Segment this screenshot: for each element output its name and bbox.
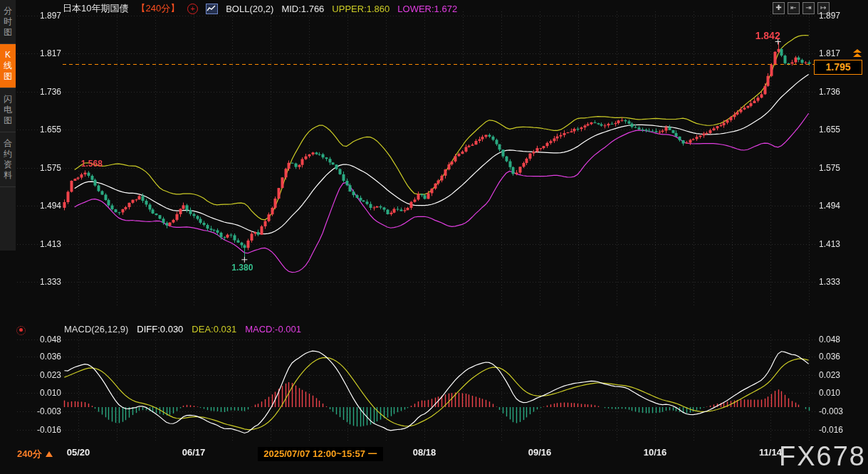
price-axis-label: 1.333 bbox=[21, 277, 61, 287]
date-tick: 06/17 bbox=[165, 447, 222, 458]
price-axis-label: 1.655 bbox=[819, 125, 859, 135]
macd-header: MACD(26,12,9) DIFF:0.030 DEA:0.031 MACD:… bbox=[64, 324, 301, 335]
price-axis-label: 1.333 bbox=[819, 277, 859, 287]
early-high-label: 1.568 bbox=[81, 159, 103, 169]
alert-add-icon[interactable]: + bbox=[187, 4, 198, 14]
boll-label: BOLL(20,2) bbox=[226, 4, 273, 14]
price-axis-label: 1.736 bbox=[21, 87, 61, 97]
macd-diff-value: DIFF:0.030 bbox=[137, 324, 183, 335]
date-tick: 05/20 bbox=[50, 447, 107, 458]
macd-hist-value: MACD:-0.001 bbox=[245, 324, 301, 335]
interval-selector[interactable]: 240分 bbox=[17, 448, 53, 460]
last-price-badge[interactable]: 1.795 bbox=[814, 60, 862, 75]
macd-axis-label: -0.016 bbox=[819, 425, 859, 435]
indicator-chart-icon[interactable] bbox=[206, 4, 218, 14]
date-tick: 08/18 bbox=[396, 447, 453, 458]
sidebar-tab-0[interactable]: 分时图 bbox=[0, 0, 16, 44]
macd-dea-value: DEA:0.031 bbox=[192, 324, 236, 335]
macd-axis-label: -0.016 bbox=[21, 425, 61, 435]
boll-mid-value: MID:1.766 bbox=[281, 4, 324, 14]
chart-type-sidebar: 分时图K线图闪电图合约资料 bbox=[0, 0, 16, 251]
sidebar-tab-3[interactable]: 合约资料 bbox=[0, 132, 16, 187]
low-label: 1.380 bbox=[231, 263, 253, 273]
macd-axis-label: -0.003 bbox=[819, 406, 859, 416]
interval-label[interactable]: 【240分】 bbox=[136, 2, 179, 15]
macd-axis-label: -0.003 bbox=[21, 406, 61, 416]
price-axis-label: 1.413 bbox=[819, 239, 859, 249]
date-tick: 09/16 bbox=[511, 447, 568, 458]
macd-axis-label: 0.048 bbox=[819, 335, 859, 344]
sidebar-tab-1[interactable]: K线图 bbox=[0, 44, 16, 88]
price-axis-label: 1.817 bbox=[21, 48, 61, 58]
instrument-title: 日本10年期国债 bbox=[63, 2, 128, 15]
boll-lower-value: LOWER:1.672 bbox=[397, 4, 457, 14]
macd-axis-label: 0.010 bbox=[819, 388, 859, 398]
price-axis-label: 1.897 bbox=[819, 11, 859, 21]
macd-params-label: MACD(26,12,9) bbox=[64, 324, 128, 335]
boll-upper-value: UPPER:1.860 bbox=[332, 4, 389, 14]
selected-candle-info: 2025/07/07 12:00~15:57 一 bbox=[258, 447, 383, 461]
price-axis-label: 1.897 bbox=[21, 11, 61, 21]
date-tick: 10/16 bbox=[627, 447, 684, 458]
macd-axis-label: 0.036 bbox=[21, 352, 61, 362]
interval-selector-label: 240分 bbox=[17, 448, 42, 459]
macd-axis-label: 0.023 bbox=[21, 370, 61, 380]
macd-settings-icon[interactable] bbox=[16, 326, 26, 335]
price-axis-label: 1.494 bbox=[819, 201, 859, 211]
price-axis-label: 1.736 bbox=[819, 87, 859, 97]
price-axis-label: 1.494 bbox=[21, 201, 61, 211]
scale-right-icon[interactable]: ⇥ bbox=[802, 2, 815, 14]
macd-axis-label: 0.036 bbox=[819, 352, 859, 362]
sidebar-tab-2[interactable]: 闪电图 bbox=[0, 88, 16, 132]
price-axis-label: 1.413 bbox=[21, 239, 61, 249]
trading-app-window: 分时图K线图闪电图合约资料 日本10年期国债 【240分】 + BOLL(20,… bbox=[0, 0, 868, 474]
chart-header: 日本10年期国债 【240分】 + BOLL(20,2) MID:1.766 U… bbox=[63, 2, 457, 15]
brand-watermark: FX678 bbox=[779, 441, 866, 472]
price-axis-label: 1.575 bbox=[21, 163, 61, 173]
high-label: 1.842 bbox=[755, 30, 780, 41]
chart-canvas[interactable] bbox=[0, 0, 868, 474]
price-axis-label: 1.655 bbox=[21, 125, 61, 135]
macd-axis-label: 0.048 bbox=[21, 335, 61, 344]
pan-tool-icon[interactable]: ✚ bbox=[773, 2, 785, 14]
price-axis-label: 1.575 bbox=[819, 163, 859, 173]
price-axis-label: 1.817 bbox=[819, 48, 859, 58]
macd-axis-label: 0.010 bbox=[21, 388, 61, 398]
scale-left-icon[interactable]: ⇤ bbox=[788, 2, 800, 14]
macd-axis-label: 0.023 bbox=[819, 370, 859, 380]
